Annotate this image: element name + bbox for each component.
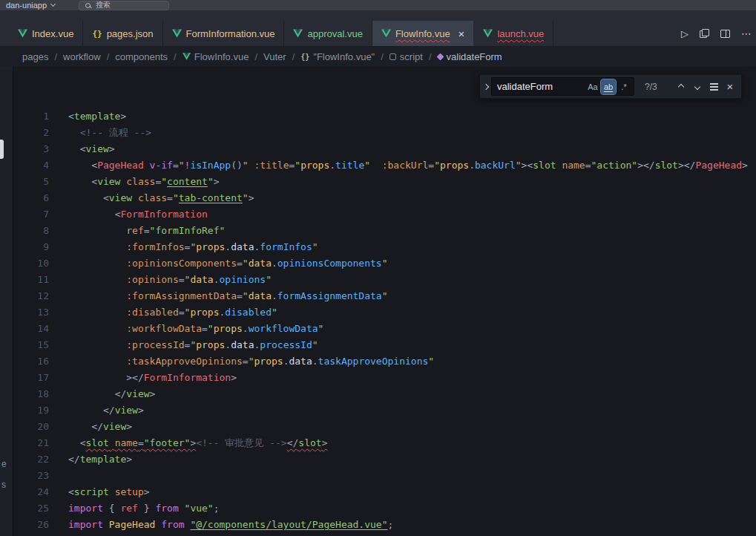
whole-word-button[interactable]: ab (601, 79, 616, 94)
tab-flowinfo-vue[interactable]: FlowInfo.vue × (372, 21, 474, 46)
line-number: 24 (13, 484, 49, 500)
code-line[interactable]: 6 <view class="tab-content"> (13, 190, 756, 206)
code-lines: 1<template>2 <!-- 流程 -->3 <view>4 <PageH… (13, 108, 756, 533)
code-line[interactable]: 21 <slot name="footer"><!-- 审批意见 --></sl… (13, 435, 756, 451)
next-match-button[interactable] (689, 79, 706, 95)
line-number: 2 (13, 125, 49, 141)
code-line[interactable]: 17 ></FormInformation> (13, 370, 756, 386)
code-line[interactable]: 11 :opinions="data.opinions" (13, 272, 756, 288)
project-name-menu[interactable]: dan-uniapp (6, 1, 55, 10)
code-line[interactable]: 8 ref="formInfoRef" (13, 223, 756, 239)
sidebar-indicator (0, 140, 4, 159)
close-icon[interactable]: × (458, 28, 465, 39)
line-number: 13 (13, 304, 49, 321)
line-number: 14 (13, 321, 49, 337)
code-line[interactable]: 25import { ref } from "vue"; (13, 500, 756, 517)
open-changes-button[interactable] (700, 29, 709, 38)
breadcrumb-item-flowinfo-symbol[interactable]: {} "FlowInfo.vue" (300, 51, 375, 62)
code-line[interactable]: 20 </view> (13, 419, 756, 435)
chevron-down-icon (50, 1, 56, 7)
line-number: 9 (13, 239, 49, 255)
code-line[interactable]: 24<script setup> (13, 484, 756, 500)
code-line[interactable]: 22</template> (13, 451, 756, 468)
code-line[interactable]: 14 :workflowData="props.workflowData" (13, 321, 756, 337)
global-search-label: 搜索 (96, 0, 111, 10)
code-line[interactable]: 10 :opinionsComponents="data.opinionsCom… (13, 255, 756, 272)
braces-icon: {} (300, 53, 309, 61)
line-number: 20 (13, 419, 49, 435)
breadcrumb-separator: / (54, 51, 57, 62)
tab-label: pages.json (107, 28, 154, 39)
more-actions-button[interactable]: ⋯ (741, 27, 752, 39)
line-number: 11 (13, 272, 49, 288)
tab-label: FlowInfo.vue (395, 28, 450, 39)
code-line[interactable]: 3 <view> (13, 141, 756, 157)
run-button[interactable]: ▷ (681, 28, 688, 39)
tab-launch-vue[interactable]: launch.vue (474, 21, 553, 46)
breadcrumb-item-workflow[interactable]: workflow (63, 51, 101, 62)
code-line[interactable]: 16 :taskApproveOpinions="props.data.task… (13, 353, 756, 370)
line-number: 18 (13, 386, 49, 402)
code-line[interactable]: 4 <PageHead v-if="!isInApp()" :title="pr… (13, 157, 756, 174)
regex-button[interactable]: .* (617, 79, 631, 94)
line-number: 6 (13, 190, 49, 206)
breadcrumb-item-vuter[interactable]: Vuter (263, 51, 286, 62)
toggle-replace-chevron[interactable] (480, 75, 491, 98)
tab-pages-json[interactable]: {} pages.json (83, 21, 162, 46)
find-match-count: ?/3 (645, 82, 665, 92)
breadcrumb-separator: / (254, 51, 257, 62)
breadcrumb-separator: / (381, 51, 384, 62)
line-number: 25 (13, 500, 49, 517)
global-search-box[interactable]: 搜索 (79, 1, 169, 10)
editor-actions: ▷ ⋯ (681, 21, 756, 46)
line-number: 10 (13, 255, 49, 272)
tab-bar: Index.vue {} pages.json FormInformation.… (0, 10, 756, 46)
line-number: 19 (13, 402, 49, 419)
previous-match-button[interactable] (673, 79, 689, 95)
vue-icon (381, 29, 391, 38)
tab-forminformation-vue[interactable]: FormInformation.vue (163, 21, 285, 46)
line-number: 21 (13, 435, 49, 451)
vue-icon (483, 29, 493, 38)
code-line[interactable]: 13 :disabled="props.disabled" (13, 304, 756, 321)
search-icon (85, 3, 91, 8)
close-find-button[interactable]: × (722, 79, 738, 95)
find-input-box[interactable]: Aa ab .* (491, 77, 634, 96)
script-symbol-icon (389, 53, 396, 60)
breadcrumb-separator: / (292, 51, 295, 62)
breadcrumb-item-script[interactable]: script (389, 51, 423, 62)
project-name-label: dan-uniapp (6, 1, 47, 10)
split-editor-icon (720, 30, 730, 38)
code-line[interactable]: 5 <view class="content"> (13, 174, 756, 190)
match-case-button[interactable]: Aa (585, 79, 600, 94)
code-line[interactable]: 2 <!-- 流程 --> (13, 125, 756, 141)
line-number: 23 (13, 468, 49, 484)
code-line[interactable]: 18 </view> (13, 386, 756, 402)
breadcrumb-item-flowinfo-file[interactable]: FlowInfo.vue (183, 51, 249, 62)
line-number: 22 (13, 451, 49, 468)
breadcrumb-item-validateform[interactable]: validateForm (438, 51, 502, 62)
code-line[interactable]: 19 </view> (13, 402, 756, 419)
code-line[interactable]: 15 :processId="props.data.processId" (13, 337, 756, 353)
breadcrumb-item-pages[interactable]: pages (22, 51, 48, 62)
vue-icon (172, 29, 182, 38)
open-changes-icon (700, 29, 709, 38)
find-in-selection-button[interactable] (706, 79, 722, 95)
split-editor-button[interactable] (720, 30, 730, 38)
code-line[interactable]: 23 (13, 468, 756, 484)
breadcrumb-separator: / (107, 51, 110, 62)
tab-index-vue[interactable]: Index.vue (9, 21, 83, 46)
tab-approval-vue[interactable]: approval.vue (284, 21, 372, 46)
code-line[interactable]: 7 <FormInformation (13, 206, 756, 223)
code-line[interactable]: 26import PageHead from "@/components/lay… (13, 517, 756, 533)
find-input[interactable] (497, 81, 585, 92)
breadcrumb-item-components[interactable]: components (115, 51, 168, 62)
line-number: 4 (13, 157, 49, 174)
code-editor[interactable]: Aa ab .* ?/3 × 1<template>2 <!-- 流程 -->3… (13, 67, 756, 536)
tab-list: Index.vue {} pages.json FormInformation.… (0, 21, 553, 46)
sidebar-text-fragment: e (1, 459, 7, 469)
code-line[interactable]: 1<template> (13, 108, 756, 125)
line-number: 5 (13, 174, 49, 190)
code-line[interactable]: 9 :formInfos="props.data.formInfos" (13, 239, 756, 255)
code-line[interactable]: 12 :formAssignmentData="data.formAssignm… (13, 288, 756, 304)
